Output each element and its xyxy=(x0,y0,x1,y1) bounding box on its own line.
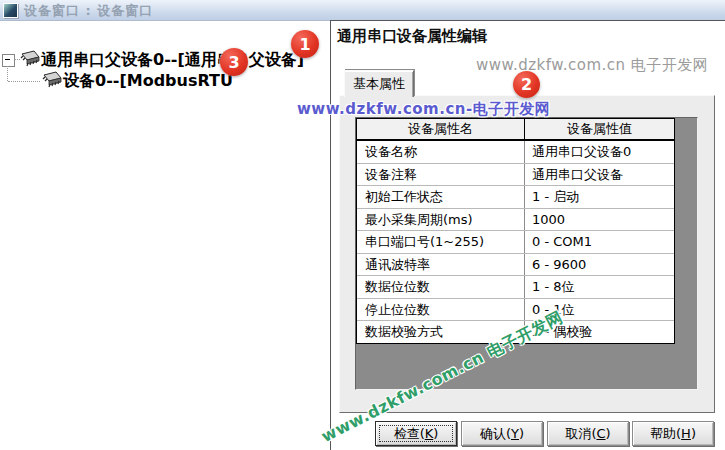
button-mnemonic: Y xyxy=(511,426,519,441)
property-name: 停止位位数 xyxy=(357,299,525,321)
window-titlebar[interactable]: 设备窗口 : 设备窗口 xyxy=(0,0,725,21)
header-property-name: 设备属性名 xyxy=(357,119,525,139)
button-label: ) xyxy=(606,426,611,441)
tab-basic-properties[interactable]: 基本属性 xyxy=(344,70,414,97)
button-label: ) xyxy=(433,426,438,441)
button-mnemonic: C xyxy=(596,426,605,441)
property-value[interactable]: 1 - 启动 xyxy=(525,186,674,208)
property-name: 设备注释 xyxy=(357,164,525,186)
chip-icon xyxy=(18,50,42,68)
table-row[interactable]: 数据位位数 1 - 8位 xyxy=(357,276,674,299)
property-name: 数据位位数 xyxy=(357,276,525,298)
button-mnemonic: K xyxy=(425,426,434,441)
table-row[interactable]: 最小采集周期(ms) 1000 xyxy=(357,209,674,232)
property-table-header: 设备属性名 设备属性值 xyxy=(357,119,674,141)
table-row[interactable]: 初始工作状态 1 - 启动 xyxy=(357,186,674,209)
button-label: 取消( xyxy=(565,425,596,443)
tree-connector xyxy=(8,81,40,83)
dialog-title: 通用串口设备属性编辑 xyxy=(337,27,487,46)
property-name: 最小采集周期(ms) xyxy=(357,209,525,231)
button-label: 检查( xyxy=(394,425,425,443)
button-mnemonic: H xyxy=(681,426,691,441)
table-row[interactable]: 串口端口号(1~255) 0 - COM1 xyxy=(357,231,674,254)
step-badge-1: 1 xyxy=(291,30,319,58)
tree-node-modbus-rtu-device[interactable]: 设备0--[ModbusRTU xyxy=(63,71,233,92)
window-title: 设备窗口 : 设备窗口 xyxy=(24,2,153,20)
device-tree-pane: 通用串口父设备0--[通用串口父设备] 设备0--[ModbusRTU xyxy=(0,21,330,450)
property-value[interactable]: 0 - COM1 xyxy=(525,231,674,253)
property-name: 设备名称 xyxy=(357,141,525,163)
tree-connector xyxy=(7,66,9,81)
property-name: 串口端口号(1~255) xyxy=(357,231,525,253)
cancel-button[interactable]: 取消(C) xyxy=(547,421,629,446)
table-row[interactable]: 设备名称 通用串口父设备0 xyxy=(357,141,674,164)
property-name: 初始工作状态 xyxy=(357,186,525,208)
button-label: 帮助( xyxy=(650,425,681,443)
table-row[interactable]: 通讯波特率 6 - 9600 xyxy=(357,254,674,277)
help-button[interactable]: 帮助(H) xyxy=(632,421,714,446)
tree-node-parent-serial-device[interactable]: 通用串口父设备0--[通用串口父设备] xyxy=(41,50,304,71)
step-badge-3: 3 xyxy=(220,48,248,76)
property-table: 设备属性名 设备属性值 设备名称 通用串口父设备0 设备注释 通用串口父设备 初… xyxy=(356,118,675,344)
button-label: ) xyxy=(691,426,696,441)
table-row[interactable]: 设备注释 通用串口父设备 xyxy=(357,164,674,187)
header-property-value: 设备属性值 xyxy=(525,119,674,139)
window-icon xyxy=(3,3,18,18)
watermark-blue: www.dzkfw.com.cn-电子开发网 xyxy=(297,100,550,119)
check-button[interactable]: 检查(K) xyxy=(375,421,457,446)
property-name: 通讯波特率 xyxy=(357,254,525,276)
watermark-gray: www.dzkfw.com.cn 电子开发网 xyxy=(476,56,708,75)
property-value[interactable]: 1 - 8位 xyxy=(525,276,674,298)
property-value[interactable]: 通用串口父设备 xyxy=(525,164,674,186)
button-label: 确认( xyxy=(480,425,511,443)
step-badge-2: 2 xyxy=(513,71,540,98)
button-label: ) xyxy=(519,426,524,441)
chip-icon xyxy=(40,71,64,89)
property-value[interactable]: 1000 xyxy=(525,209,674,231)
table-row[interactable]: 停止位位数 0 - 1位 xyxy=(357,299,674,322)
property-value[interactable]: 通用串口父设备0 xyxy=(525,141,674,163)
confirm-button[interactable]: 确认(Y) xyxy=(461,421,543,446)
property-value[interactable]: 6 - 9600 xyxy=(525,254,674,276)
